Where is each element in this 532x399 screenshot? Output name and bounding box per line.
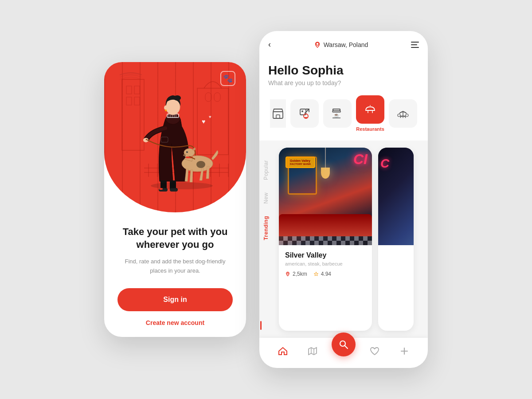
outdoor-icon (397, 107, 409, 120)
search-fab-button[interactable] (332, 332, 356, 356)
svg-rect-57 (332, 111, 340, 112)
home-screen: › Warsaw, Poland Hello Sophia What are y… (259, 31, 428, 368)
greeting-section: Hello Sophia What are you up to today? (259, 56, 428, 95)
category-partial-left (270, 99, 286, 128)
onboarding-screen: 🐾 (104, 62, 246, 337)
svg-point-48 (151, 182, 213, 189)
star-icon (313, 271, 319, 277)
svg-rect-2 (134, 86, 140, 94)
greeting-subtitle: What are you up to today? (268, 79, 419, 86)
cafe-icon-box: ☕ (323, 99, 352, 128)
categories-wrapper: ☕ Rest (259, 95, 428, 141)
nav-map[interactable] (302, 343, 323, 359)
create-account-link[interactable]: Create new account (146, 319, 204, 326)
location-name: Warsaw, Poland (324, 41, 368, 48)
map-icon (307, 346, 318, 356)
content-section: Take your pet with you wherever you go F… (104, 212, 246, 337)
cards-area: CI Golden Valley FACTORY BANK Silver Val… (275, 141, 428, 338)
cafe-icon: ☕ (331, 107, 344, 120)
card-info: Silver Valley american, steak, barbecue … (279, 245, 372, 283)
neon-sign: CI (353, 152, 368, 166)
svg-point-29 (174, 95, 181, 101)
main-content: Popular New Trending (259, 141, 428, 338)
svg-text:♥: ♥ (209, 114, 211, 119)
rating-value: 4.94 (321, 271, 331, 277)
distance-pin-icon (285, 271, 290, 277)
restaurant-label: Restaurants (356, 126, 384, 132)
svg-point-49 (316, 43, 319, 45)
restaurant-icon (364, 103, 376, 116)
side-tabs: Popular New Trending (259, 141, 275, 338)
add-icon (399, 346, 410, 356)
svg-point-42 (183, 154, 186, 156)
svg-point-68 (406, 114, 408, 117)
tab-trending[interactable]: Trending (259, 210, 275, 246)
restaurant-icon-box (356, 95, 384, 124)
tag-icon (298, 107, 311, 120)
card-name: Silver Valley (285, 251, 366, 259)
back-button[interactable]: › (268, 40, 271, 49)
restaurant-sign: Golden Valley FACTORY BANK (286, 156, 315, 168)
location-display: Warsaw, Poland (314, 41, 368, 48)
category-item-outdoor[interactable] (389, 99, 417, 128)
category-item-restaurant[interactable]: Restaurants (356, 95, 384, 132)
svg-point-69 (287, 273, 289, 274)
greeting-title: Hello Sophia (268, 63, 419, 78)
bottom-nav (259, 338, 428, 368)
svg-rect-4 (134, 97, 140, 105)
svg-point-46 (196, 161, 205, 168)
top-bar: › Warsaw, Poland (259, 31, 428, 56)
card-meta: 2,5km 4.94 (285, 271, 366, 277)
store-icon (272, 107, 284, 120)
svg-text:♥: ♥ (202, 118, 205, 125)
illustration: ♥ ♥ (104, 62, 246, 212)
svg-point-53 (301, 110, 303, 112)
distance-info: 2,5km (285, 271, 307, 277)
svg-rect-1 (126, 86, 132, 94)
store-icon-box (270, 99, 286, 128)
svg-rect-7 (214, 93, 220, 102)
svg-point-31 (165, 110, 167, 111)
tab-indicator (260, 321, 262, 330)
svg-point-44 (187, 152, 188, 152)
home-icon (278, 346, 288, 356)
category-item-store[interactable] (270, 99, 286, 128)
category-item-tag[interactable] (290, 99, 319, 128)
nav-home[interactable] (272, 343, 293, 359)
card-cas-partial[interactable]: C (378, 148, 414, 331)
nav-favorite[interactable] (364, 343, 385, 359)
tab-new[interactable]: New (259, 186, 275, 210)
category-item-cafe[interactable]: ☕ (323, 99, 352, 128)
svg-text:☕: ☕ (333, 112, 340, 118)
search-fab-icon (339, 340, 348, 349)
svg-rect-51 (276, 115, 280, 118)
onboarding-title: Take your pet with you wherever you go (117, 226, 233, 251)
svg-rect-0 (122, 79, 144, 150)
tag-icon-box (290, 99, 319, 128)
outdoor-icon-box (389, 99, 417, 128)
svg-rect-3 (126, 97, 132, 105)
svg-rect-6 (205, 93, 211, 102)
card-tags: american, steak, barbecue (285, 261, 366, 266)
distance-value: 2,5km (293, 271, 307, 277)
diner-image: CI Golden Valley FACTORY BANK (279, 148, 372, 245)
city-image: C (378, 148, 414, 245)
svg-point-72 (340, 341, 345, 346)
card-silver-valley[interactable]: CI Golden Valley FACTORY BANK Silver Val… (279, 148, 372, 331)
signin-button[interactable]: Sign in (117, 288, 233, 311)
hero-svg: ♥ ♥ (113, 62, 237, 212)
categories-section: ☕ Rest (259, 95, 428, 141)
heart-icon (369, 346, 380, 356)
svg-point-67 (398, 114, 400, 117)
location-pin-icon (314, 41, 321, 48)
svg-line-73 (345, 346, 348, 348)
svg-point-30 (164, 106, 168, 110)
svg-point-43 (186, 151, 188, 153)
hero-section: 🐾 (104, 62, 246, 212)
menu-button[interactable] (411, 42, 419, 48)
rating-info: 4.94 (313, 271, 331, 277)
tab-popular[interactable]: Popular (259, 154, 275, 186)
nav-add[interactable] (394, 343, 415, 359)
onboarding-subtitle: Find, rate and add the best dog-friendly… (117, 257, 233, 276)
